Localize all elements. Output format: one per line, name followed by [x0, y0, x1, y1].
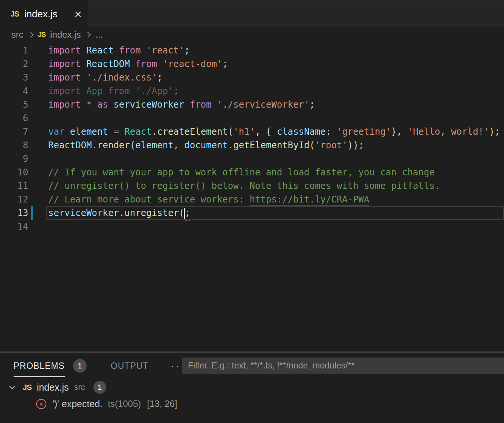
line-number[interactable]: 7 [0, 125, 28, 138]
code-line[interactable]: 5import * as serviceWorker from './servi… [0, 98, 504, 111]
code-text: // Learn more about service workers: htt… [48, 193, 370, 206]
js-file-icon: JS [38, 31, 46, 39]
line-number[interactable]: 6 [0, 111, 28, 125]
close-icon[interactable]: × [74, 8, 82, 20]
line-number[interactable]: 5 [0, 98, 28, 111]
code-line[interactable]: 8ReactDOM.render(element, document.getEl… [0, 138, 504, 152]
breadcrumb: src JS index.js ... [0, 27, 504, 42]
code-line[interactable]: 11// unregister() to register() below. N… [0, 179, 504, 193]
code-lines: 1import React from 'react';2import React… [0, 44, 504, 233]
code-text: serviceWorker.unregister(; [48, 206, 190, 220]
chevron-right-icon [28, 32, 34, 38]
line-number[interactable]: 11 [0, 179, 28, 193]
problems-file-row[interactable]: JS index.js src 1 [0, 379, 504, 396]
code-line[interactable]: 2import ReactDOM from 'react-dom'; [0, 57, 504, 71]
breadcrumb-symbol-ellipsis[interactable]: ... [95, 29, 103, 40]
code-line[interactable]: 6 [0, 111, 504, 125]
problems-file-name: index.js [37, 382, 69, 393]
code-text: // If you want your app to work offline … [48, 166, 435, 179]
file-problems-count-badge: 1 [93, 381, 106, 394]
breadcrumb-folder[interactable]: src [11, 29, 23, 40]
code-text: // unregister() to register() below. Not… [48, 179, 440, 193]
problem-message: ')' expected. [52, 399, 102, 409]
code-line[interactable]: 3import './index.css'; [0, 71, 504, 84]
problems-file-path: src [74, 382, 85, 392]
panel-header: PROBLEMS 1 OUTPUT ··· [0, 353, 504, 379]
line-number[interactable]: 12 [0, 193, 28, 206]
problems-filter-input[interactable] [182, 358, 504, 374]
problem-row[interactable]: × ')' expected. ts(1005) [13, 26] [0, 396, 504, 412]
code-line[interactable]: 1import React from 'react'; [0, 44, 504, 57]
line-number[interactable]: 10 [0, 166, 28, 179]
code-line[interactable]: 7var element = React.createElement('h1',… [0, 125, 504, 138]
problems-panel: PROBLEMS 1 OUTPUT ··· JS index.js src 1 … [0, 351, 504, 423]
code-line[interactable]: 13serviceWorker.unregister(; [0, 206, 504, 220]
tab-title: index.js [24, 8, 57, 20]
line-number[interactable]: 2 [0, 57, 28, 71]
code-line[interactable]: 4import App from './App'; [0, 84, 504, 98]
vscode-window: JS index.js × src JS index.js ... 1impor… [0, 0, 504, 423]
line-number[interactable]: 3 [0, 71, 28, 84]
js-file-icon: JS [23, 383, 32, 392]
line-number[interactable]: 4 [0, 84, 28, 98]
problems-count-badge: 1 [73, 359, 87, 373]
code-text: import './index.css'; [48, 71, 162, 84]
problem-source: ts(1005) [108, 399, 141, 409]
chevron-down-icon[interactable] [9, 383, 15, 389]
js-file-icon: JS [11, 10, 19, 18]
modified-line-indicator [31, 206, 33, 220]
code-line[interactable]: 12// Learn more about service workers: h… [0, 193, 504, 206]
breadcrumb-file[interactable]: index.js [50, 29, 81, 40]
tab-output[interactable]: OUTPUT [111, 361, 149, 371]
tab-bar: JS index.js × [0, 0, 504, 27]
code-text: import * as serviceWorker from './servic… [48, 98, 315, 111]
line-number[interactable]: 14 [0, 220, 28, 233]
line-number[interactable]: 1 [0, 44, 28, 57]
tab-index-js[interactable]: JS index.js × [0, 0, 88, 27]
code-text: import ReactDOM from 'react-dom'; [48, 57, 228, 71]
problems-tab-label: PROBLEMS [14, 361, 65, 371]
code-line[interactable]: 10// If you want your app to work offlin… [0, 166, 504, 179]
code-line[interactable]: 9 [0, 152, 504, 166]
code-line[interactable]: 14 [0, 220, 504, 233]
code-text: import App from './App'; [48, 84, 179, 98]
code-text: ReactDOM.render(element, document.getEle… [48, 138, 364, 152]
tab-problems[interactable]: PROBLEMS 1 [14, 359, 87, 373]
problem-position: [13, 26] [147, 399, 177, 409]
line-number[interactable]: 13 [0, 206, 28, 220]
error-icon: × [36, 399, 46, 409]
chevron-right-icon [85, 32, 91, 38]
code-editor[interactable]: 1import React from 'react';2import React… [0, 42, 504, 233]
line-number[interactable]: 9 [0, 152, 28, 166]
code-text: var element = React.createElement('h1', … [48, 125, 500, 138]
line-number[interactable]: 8 [0, 138, 28, 152]
code-text: import React from 'react'; [48, 44, 190, 57]
